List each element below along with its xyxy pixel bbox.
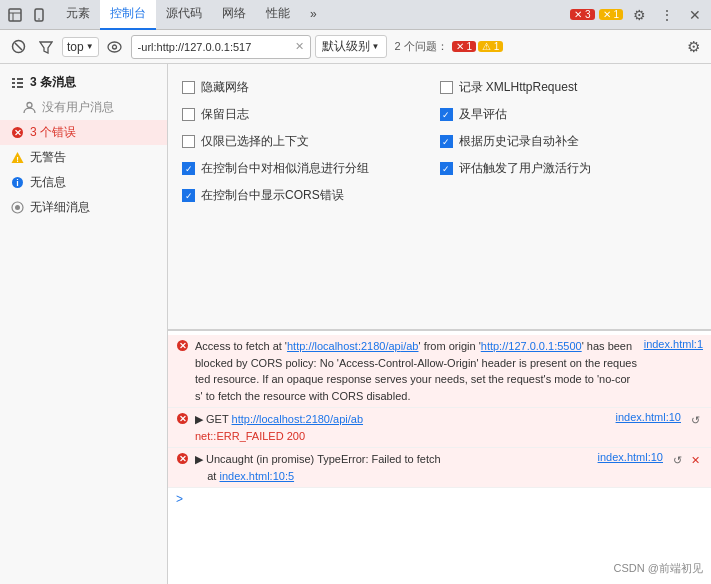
console-settings-icon[interactable]: ⚙ [681, 35, 705, 59]
tab-perf[interactable]: 性能 [256, 0, 300, 30]
tab-source[interactable]: 源代码 [156, 0, 212, 30]
svg-rect-15 [17, 86, 23, 88]
svg-point-24 [15, 205, 20, 210]
error-count: ✕ 3 [570, 9, 594, 20]
svg-text:✕: ✕ [179, 341, 187, 351]
log-link-origin[interactable]: http://127.0.0.1:5500 [481, 340, 582, 352]
url-filter-input[interactable]: -url:http://127.0.0.1:517 ✕ [131, 35, 311, 59]
checkbox-hide-network[interactable] [182, 81, 195, 94]
log-link-get[interactable]: http://localhost:2180/api/ab [232, 413, 363, 425]
warning-icon: ! [10, 151, 24, 165]
log-link-url1b[interactable]: i/ab [401, 340, 419, 352]
issues-warning-count: ⚠ 1 [478, 41, 503, 52]
option-autocomplete[interactable]: ✓ 根据历史记录自动补全 [440, 128, 698, 155]
log-refresh-btn-2[interactable]: ↺ [687, 412, 703, 428]
svg-rect-12 [12, 86, 15, 88]
log-error-icon-2: ✕ [176, 412, 189, 428]
console-prompt[interactable]: > [168, 488, 711, 510]
error-badge[interactable]: ✕ 3 [570, 9, 594, 20]
option-group-similar[interactable]: ✓ 在控制台中对相似消息进行分组 [182, 155, 440, 182]
log-file-1[interactable]: index.html:1 [644, 338, 703, 350]
eye-icon[interactable] [103, 35, 127, 59]
log-error-icon-3: ✕ [176, 452, 189, 468]
log-entry-typeerror[interactable]: ✕ ▶ Uncaught (in promise) TypeError: Fai… [168, 448, 711, 488]
checkbox-group-similar[interactable]: ✓ [182, 162, 195, 175]
option-hide-network[interactable]: 隐藏网络 [182, 74, 440, 101]
sidebar-item-info[interactable]: i 无信息 [0, 170, 167, 195]
log-entry-cors[interactable]: ✕ Access to fetch at 'http://localhost:2… [168, 335, 711, 408]
log-text-get: ▶ GET http://localhost:2180/api/ab net::… [195, 411, 610, 444]
tab-more[interactable]: » [300, 0, 327, 30]
options-col1: 隐藏网络 保留日志 仅限已选择的上下文 ✓ 在控制台中对相似消息进行分组 [182, 74, 440, 209]
log-area: ✕ Access to fetch at 'http://localhost:2… [168, 330, 711, 584]
log-file-2[interactable]: index.html:10 [616, 411, 681, 423]
log-text-cors: Access to fetch at 'http://localhost:218… [195, 338, 638, 404]
option-eval-triggers[interactable]: ✓ 评估触发了用户激活行为 [440, 155, 698, 182]
log-link-url1[interactable]: http://localhost:2180/ap [287, 340, 401, 352]
tab-network[interactable]: 网络 [212, 0, 256, 30]
log-entry-get[interactable]: ✕ ▶ GET http://localhost:2180/api/ab net… [168, 408, 711, 448]
mobile-icon[interactable] [28, 4, 50, 26]
settings-icon[interactable]: ⚙ [627, 3, 651, 27]
issues-badge[interactable]: ✕ 1 ⚠ 1 [452, 41, 504, 52]
info-icon: i [10, 176, 24, 190]
sidebar-item-all[interactable]: 3 条消息 [0, 70, 167, 95]
sidebar-item-warnings[interactable]: ! 无警告 [0, 145, 167, 170]
svg-text:i: i [16, 178, 19, 188]
checkbox-early-eval[interactable]: ✓ [440, 108, 453, 121]
main-content: 3 条消息 没有用户消息 ✕ 3 个错误 [0, 64, 711, 584]
option-preserve-log[interactable]: 保留日志 [182, 101, 440, 128]
sidebar-item-no-user[interactable]: 没有用户消息 [0, 95, 167, 120]
clear-console-icon[interactable] [6, 35, 30, 59]
svg-point-4 [38, 18, 40, 20]
checkbox-preserve-log[interactable] [182, 108, 195, 121]
options-col2: 记录 XMLHttpRequest ✓ 及早评估 ✓ 根据历史记录自动补全 ✓ … [440, 74, 698, 209]
inspect-icon[interactable] [4, 4, 26, 26]
log-close-btn-3[interactable]: ✕ [687, 452, 703, 468]
option-record-xhr[interactable]: 记录 XMLHttpRequest [440, 74, 698, 101]
toolbar2: top ▼ -url:http://127.0.0.1:517 ✕ 默认级别 ▼… [0, 30, 711, 64]
checkbox-selected-context[interactable] [182, 135, 195, 148]
sidebar: 3 条消息 没有用户消息 ✕ 3 个错误 [0, 64, 168, 584]
context-selector[interactable]: top ▼ [62, 37, 99, 57]
svg-rect-14 [17, 82, 23, 84]
log-file-3[interactable]: index.html:10 [598, 451, 663, 463]
sidebar-no-user-label: 没有用户消息 [42, 99, 114, 116]
sidebar-errors-label: 3 个错误 [30, 124, 76, 141]
more-icon[interactable]: ⋮ [655, 3, 679, 27]
sidebar-item-verbose[interactable]: 无详细消息 [0, 195, 167, 220]
log-text-typeerror: ▶ Uncaught (in promise) TypeError: Faile… [195, 451, 592, 484]
option-selected-context[interactable]: 仅限已选择的上下文 [182, 128, 440, 155]
watermark: CSDN @前端初见 [614, 561, 703, 576]
option-show-cors[interactable]: ✓ 在控制台中显示CORS错误 [182, 182, 440, 209]
tab-bar-right: ✕ 3 ✕ 1 ⚙ ⋮ ✕ [570, 3, 707, 27]
checkbox-show-cors[interactable]: ✓ [182, 189, 195, 202]
filter-icon[interactable] [34, 35, 58, 59]
tab-elements[interactable]: 元素 [56, 0, 100, 30]
sidebar-info-label: 无信息 [30, 174, 66, 191]
sidebar-warnings-label: 无警告 [30, 149, 66, 166]
verbose-icon [10, 201, 24, 215]
sidebar-verbose-label: 无详细消息 [30, 199, 90, 216]
svg-rect-13 [17, 78, 23, 80]
log-refresh-btn-3[interactable]: ↺ [669, 452, 685, 468]
checkbox-autocomplete[interactable]: ✓ [440, 135, 453, 148]
sidebar-all-label: 3 条消息 [30, 74, 76, 91]
tab-console[interactable]: 控制台 [100, 0, 156, 30]
svg-text:✕: ✕ [179, 454, 187, 464]
checkbox-record-xhr[interactable] [440, 81, 453, 94]
close-devtools-icon[interactable]: ✕ [683, 3, 707, 27]
option-early-eval[interactable]: ✓ 及早评估 [440, 101, 698, 128]
svg-rect-10 [12, 78, 15, 80]
log-level-selector[interactable]: 默认级别 ▼ [315, 35, 387, 58]
right-panel: 隐藏网络 保留日志 仅限已选择的上下文 ✓ 在控制台中对相似消息进行分组 [168, 64, 711, 584]
log-actions-2: ↺ [687, 412, 703, 428]
issues-error-count: ✕ 1 [452, 41, 476, 52]
sidebar-item-errors[interactable]: ✕ 3 个错误 [0, 120, 167, 145]
log-error-icon-1: ✕ [176, 339, 189, 355]
url-clear-button[interactable]: ✕ [295, 40, 304, 53]
checkbox-eval-triggers[interactable]: ✓ [440, 162, 453, 175]
log-link-typeerror[interactable]: index.html:10:5 [219, 470, 294, 482]
warning-badge[interactable]: ✕ 1 [599, 9, 623, 20]
options-panel: 隐藏网络 保留日志 仅限已选择的上下文 ✓ 在控制台中对相似消息进行分组 [168, 64, 711, 329]
